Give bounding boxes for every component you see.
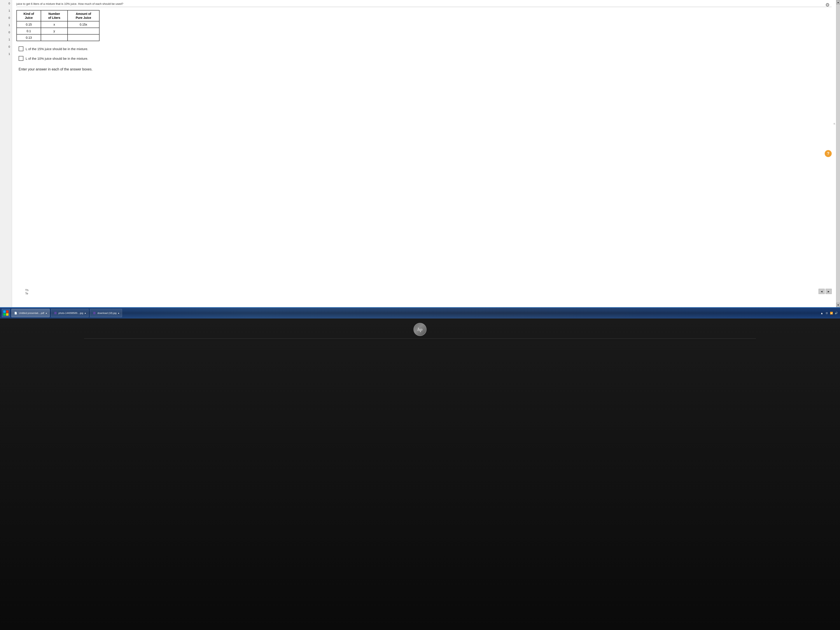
table-row: 0.1 y [17, 28, 99, 34]
windows-icon [3, 310, 8, 316]
checkbox-item-2[interactable]: L of the 10% juice should be in the mixt… [19, 56, 832, 61]
table-cell-kind-1: 0.15 [17, 21, 41, 28]
help-button[interactable]: ? [825, 150, 832, 157]
table-cell-kind-3: 0.13 [17, 34, 41, 41]
table-cell-liters-1: x [41, 21, 68, 28]
scrollbar-down-button[interactable]: ▼ [836, 303, 840, 307]
chevron-down-icon: ▲ [45, 312, 47, 314]
table-cell-kind-2: 0.1 [17, 28, 41, 34]
bottom-text-1: Th [25, 289, 28, 292]
table-cell-liters-2: y [41, 28, 68, 34]
sidebar-num-8: 1 [1, 52, 11, 55]
question-header: juice to get 6 liters of a mixture that … [16, 2, 832, 7]
keyboard-strip [84, 338, 756, 340]
sidebar-num-3: 0 [1, 16, 11, 19]
scrollbar-track[interactable] [836, 5, 840, 303]
gear-icon: ⚙ [825, 2, 830, 8]
table-cell-amount-3 [68, 34, 99, 41]
bottom-text-2: Te [25, 292, 28, 295]
taskbar: 📄 Untitled presentati....pdf ▲ 🖼 photo-1… [0, 307, 840, 319]
main-content-panel: ⚙ juice to get 6 liters of a mixture tha… [12, 0, 836, 307]
nav-back-button[interactable]: ◄ [819, 289, 825, 294]
taskbar-item-pdf[interactable]: 📄 Untitled presentati....pdf ▲ [11, 309, 50, 317]
download-icon: 🖼 [92, 311, 96, 315]
taskbar-item-photo[interactable]: 🖼 photo-144098589....jpg ▲ [51, 309, 88, 317]
sidebar-num-7: 0 [1, 45, 11, 48]
taskbar-item-photo-label: photo-144098589....jpg [58, 312, 83, 314]
sidebar-num-2: 1 [1, 9, 11, 12]
tray-volume-icon[interactable]: 🔊 [834, 311, 838, 315]
sidebar-num-4: 1 [1, 24, 11, 27]
checkbox-item-1[interactable]: L of the 15% juice should be in the mixt… [19, 46, 832, 51]
start-area [2, 309, 10, 317]
checkbox-label-2: L of the 10% juice should be in the mixt… [25, 57, 88, 60]
chevron-up-2-icon: ▲ [118, 312, 120, 314]
question-mark-icon: ? [827, 152, 829, 156]
scrollbar-up-button[interactable]: ▲ [836, 0, 840, 5]
sidebar-num-1: 0 [1, 2, 11, 5]
juice-table: Kind of Juice Number of Liters Amount of… [16, 10, 99, 41]
checkbox-2[interactable] [19, 56, 24, 61]
table-header-kind: Kind of Juice [17, 10, 41, 21]
question-header-text: juice to get 6 liters of a mixture that … [16, 2, 123, 5]
table-cell-amount-2 [68, 28, 99, 34]
table-row: 0.13 [17, 34, 99, 41]
left-sidebar: 0 1 0 1 0 1 0 1 [0, 0, 12, 307]
table-cell-liters-3 [41, 34, 68, 41]
pdf-icon: 📄 [14, 311, 18, 315]
table-header-liters: Number of Liters [41, 10, 68, 21]
chevron-up-icon: ▲ [84, 312, 86, 314]
laptop-body: hp [0, 319, 840, 630]
taskbar-item-pdf-label: Untitled presentati....pdf [19, 312, 44, 314]
right-scrollbar[interactable]: ▲ ▼ [836, 0, 840, 307]
checkbox-1[interactable] [19, 46, 24, 51]
photo-icon: 🖼 [54, 311, 57, 315]
gear-button[interactable]: ⚙ [824, 2, 831, 8]
checkbox-label-1: L of the 15% juice should be in the mixt… [25, 47, 88, 51]
side-label: si [833, 123, 835, 125]
table-row: 0.15 x 0.15x [17, 21, 99, 28]
start-button[interactable] [2, 309, 10, 317]
navigation-arrows: ◄ ► [819, 289, 832, 294]
table-header-amount: Amount of Pure Juice [68, 10, 99, 21]
sidebar-num-5: 0 [1, 31, 11, 34]
taskbar-item-download[interactable]: 🖼 download (18).jpg ▲ [90, 309, 122, 317]
hp-logo: hp [414, 323, 426, 336]
taskbar-item-download-label: download (18).jpg [97, 312, 116, 314]
table-cell-amount-1: 0.15x [68, 21, 99, 28]
tray-network-icon[interactable]: ⊡ [825, 311, 829, 315]
system-tray: ▲ ⊡ 📶 🔊 [820, 311, 838, 315]
sidebar-num-6: 1 [1, 38, 11, 41]
hp-logo-area: hp [414, 323, 426, 336]
tray-wifi-icon[interactable]: 📶 [829, 311, 834, 315]
nav-forward-button[interactable]: ► [826, 289, 832, 294]
tray-up-arrow[interactable]: ▲ [820, 311, 824, 315]
enter-answer-text: Enter your answer in each of the answer … [19, 67, 832, 71]
bottom-label: Th Te [25, 289, 28, 295]
